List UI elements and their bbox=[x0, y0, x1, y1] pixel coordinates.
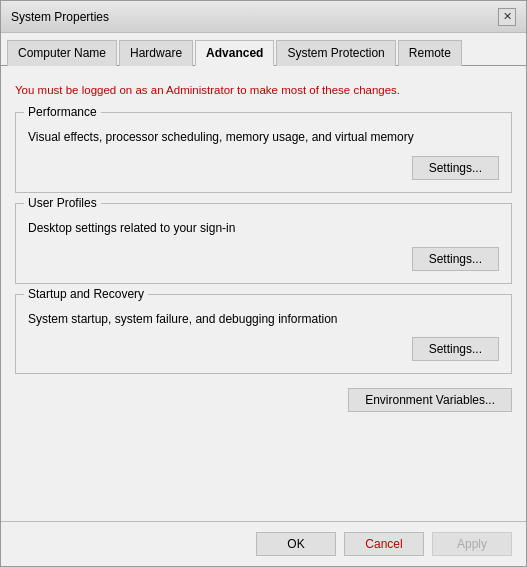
close-button[interactable]: ✕ bbox=[498, 8, 516, 26]
performance-settings-button[interactable]: Settings... bbox=[412, 156, 499, 180]
tab-advanced[interactable]: Advanced bbox=[195, 40, 274, 66]
window-title: System Properties bbox=[11, 10, 109, 24]
tab-system-protection[interactable]: System Protection bbox=[276, 40, 395, 66]
user-profiles-section: User Profiles Desktop settings related t… bbox=[15, 203, 512, 284]
environment-variables-button[interactable]: Environment Variables... bbox=[348, 388, 512, 412]
startup-recovery-description: System startup, system failure, and debu… bbox=[28, 311, 499, 328]
startup-recovery-section: Startup and Recovery System startup, sys… bbox=[15, 294, 512, 375]
cancel-button[interactable]: Cancel bbox=[344, 532, 424, 556]
system-properties-window: System Properties ✕ Computer Name Hardwa… bbox=[0, 0, 527, 567]
admin-notice: You must be logged on as an Administrato… bbox=[15, 78, 512, 102]
apply-button[interactable]: Apply bbox=[432, 532, 512, 556]
ok-button[interactable]: OK bbox=[256, 532, 336, 556]
performance-description: Visual effects, processor scheduling, me… bbox=[28, 129, 499, 146]
startup-recovery-section-title: Startup and Recovery bbox=[24, 287, 148, 301]
tab-content: You must be logged on as an Administrato… bbox=[1, 66, 526, 521]
tab-computer-name[interactable]: Computer Name bbox=[7, 40, 117, 66]
env-vars-row: Environment Variables... bbox=[15, 388, 512, 412]
performance-section-title: Performance bbox=[24, 105, 101, 119]
title-bar: System Properties ✕ bbox=[1, 1, 526, 33]
startup-recovery-settings-button[interactable]: Settings... bbox=[412, 337, 499, 361]
performance-section: Performance Visual effects, processor sc… bbox=[15, 112, 512, 193]
footer: OK Cancel Apply bbox=[1, 521, 526, 566]
user-profiles-description: Desktop settings related to your sign-in bbox=[28, 220, 499, 237]
tab-remote[interactable]: Remote bbox=[398, 40, 462, 66]
tab-bar: Computer Name Hardware Advanced System P… bbox=[1, 33, 526, 66]
user-profiles-section-title: User Profiles bbox=[24, 196, 101, 210]
user-profiles-settings-button[interactable]: Settings... bbox=[412, 247, 499, 271]
tab-hardware[interactable]: Hardware bbox=[119, 40, 193, 66]
